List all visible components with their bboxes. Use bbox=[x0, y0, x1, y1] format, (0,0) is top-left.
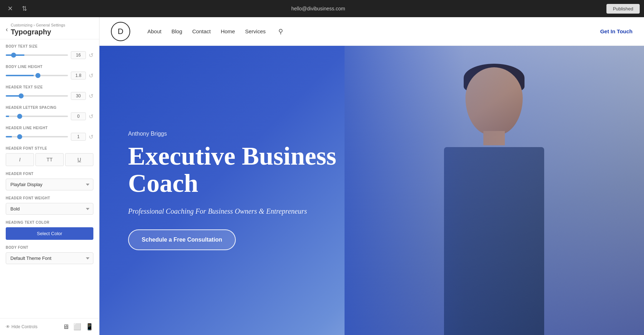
body-font-label: BODY FONT bbox=[6, 246, 93, 249]
site-nav: D About Blog Contact Home Services ⚲ Get… bbox=[99, 17, 644, 46]
phone-view-button[interactable]: 📱 bbox=[86, 323, 93, 331]
hero-subtitle: Anthony Briggs bbox=[128, 131, 343, 137]
header-line-height-reset[interactable]: ↺ bbox=[89, 133, 93, 140]
body-line-height-slider[interactable] bbox=[6, 75, 68, 76]
back-icon: ‹ bbox=[6, 26, 8, 33]
select-color-button[interactable]: Select Color bbox=[6, 227, 93, 240]
hero-description: Professional Coaching For Business Owner… bbox=[128, 206, 343, 217]
font-style-row: I TT U bbox=[6, 153, 93, 166]
body-font-select[interactable]: Default Theme Font bbox=[6, 252, 93, 264]
desktop-icon: 🖥 bbox=[63, 323, 69, 330]
header-text-size-reset[interactable]: ↺ bbox=[89, 93, 93, 99]
eye-icon: 👁 bbox=[6, 324, 10, 329]
header-font-weight-label: HEADER FONT WEIGHT bbox=[6, 196, 93, 200]
website-preview: D About Blog Contact Home Services ⚲ Get… bbox=[99, 17, 644, 335]
sidebar-bottom: 👁 Hide Controls 🖥 ⬜ 📱 bbox=[0, 318, 99, 335]
heading-text-color-label: HEADING TEXT COLOR bbox=[6, 220, 93, 224]
hide-controls-label: Hide Controls bbox=[11, 324, 38, 329]
header-text-size-label: HEADER TEXT SIZE bbox=[6, 85, 93, 89]
close-icon: ✕ bbox=[8, 5, 13, 13]
phone-icon: 📱 bbox=[86, 323, 93, 330]
top-bar-center: hello@divibusiness.com bbox=[30, 5, 606, 12]
search-icon[interactable]: ⚲ bbox=[278, 28, 283, 35]
sort-icon: ⇅ bbox=[22, 5, 27, 13]
header-letter-spacing-slider[interactable] bbox=[6, 116, 68, 117]
body-text-size-label: BODY TEXT SIZE bbox=[6, 44, 93, 48]
body-text-size-slider[interactable] bbox=[6, 54, 68, 56]
top-bar-left: ✕ ⇅ bbox=[4, 3, 30, 14]
top-bar: ✕ ⇅ hello@divibusiness.com Published bbox=[0, 0, 644, 17]
header-font-label: HEADER FONT bbox=[6, 172, 93, 176]
header-letter-spacing-input[interactable] bbox=[71, 112, 86, 120]
body-line-height-row: ↺ bbox=[6, 72, 93, 79]
main-layout: ‹ Customizing › General Settings Typogra… bbox=[0, 17, 644, 335]
body-line-height-input[interactable] bbox=[71, 72, 86, 79]
header-text-size-slider[interactable] bbox=[6, 95, 68, 97]
header-font-weight-select[interactable]: Bold bbox=[6, 203, 93, 215]
back-button[interactable]: ‹ bbox=[6, 26, 8, 33]
nav-link-about[interactable]: About bbox=[147, 28, 161, 34]
breadcrumb: Customizing › General Settings bbox=[11, 23, 65, 27]
header-text-size-row: ↺ bbox=[6, 92, 93, 100]
body-text-size-group: BODY TEXT SIZE ↺ bbox=[6, 44, 93, 59]
header-line-height-slider[interactable] bbox=[6, 136, 68, 137]
body-text-size-input[interactable] bbox=[71, 51, 86, 59]
hero-section: Anthony Briggs Executive Business Coach … bbox=[99, 46, 644, 335]
hero-title: Executive Business Coach bbox=[128, 143, 343, 197]
site-logo: D bbox=[111, 22, 130, 41]
hero-content: Anthony Briggs Executive Business Coach … bbox=[128, 131, 343, 250]
breadcrumb-title: Customizing › General Settings Typograph… bbox=[11, 23, 65, 36]
header-letter-spacing-label: HEADER LETTER SPACING bbox=[6, 106, 93, 110]
tablet-view-button[interactable]: ⬜ bbox=[73, 323, 81, 331]
header-line-height-group: HEADER LINE HEIGHT ↺ bbox=[6, 126, 93, 141]
body-text-size-row: ↺ bbox=[6, 51, 93, 59]
header-font-style-group: HEADER FONT STYLE I TT U bbox=[6, 146, 93, 166]
body-font-group: BODY FONT Default Theme Font bbox=[6, 246, 93, 264]
body-line-height-label: BODY LINE HEIGHT bbox=[6, 65, 93, 69]
header-text-size-group: HEADER TEXT SIZE ↺ bbox=[6, 85, 93, 100]
close-button[interactable]: ✕ bbox=[4, 3, 16, 14]
nav-link-services[interactable]: Services bbox=[245, 28, 266, 34]
sidebar-header: ‹ Customizing › General Settings Typogra… bbox=[0, 17, 99, 39]
header-line-height-row: ↺ bbox=[6, 133, 93, 141]
header-font-weight-group: HEADER FONT WEIGHT Bold bbox=[6, 196, 93, 215]
hide-controls-button[interactable]: 👁 Hide Controls bbox=[6, 324, 38, 329]
body-text-size-reset[interactable]: ↺ bbox=[89, 52, 93, 59]
nav-link-home[interactable]: Home bbox=[221, 28, 235, 34]
preview-area: D About Blog Contact Home Services ⚲ Get… bbox=[99, 17, 644, 335]
header-line-height-label: HEADER LINE HEIGHT bbox=[6, 126, 93, 130]
caps-button[interactable]: TT bbox=[35, 153, 64, 166]
header-letter-spacing-reset[interactable]: ↺ bbox=[89, 113, 93, 120]
desktop-view-button[interactable]: 🖥 bbox=[63, 323, 69, 331]
header-letter-spacing-row: ↺ bbox=[6, 112, 93, 120]
header-font-group: HEADER FONT Playfair Display bbox=[6, 172, 93, 190]
tablet-icon: ⬜ bbox=[73, 323, 81, 330]
italic-button[interactable]: I bbox=[6, 153, 34, 166]
underline-button[interactable]: U bbox=[65, 153, 93, 166]
header-text-size-input[interactable] bbox=[71, 92, 86, 100]
hero-cta-button[interactable]: Schedule a Free Consultation bbox=[128, 229, 236, 250]
header-font-select[interactable]: Playfair Display bbox=[6, 179, 93, 190]
heading-text-color-group: HEADING TEXT COLOR Select Color bbox=[6, 220, 93, 240]
hero-overlay bbox=[345, 46, 644, 335]
body-line-height-group: BODY LINE HEIGHT ↺ bbox=[6, 65, 93, 79]
header-letter-spacing-group: HEADER LETTER SPACING ↺ bbox=[6, 106, 93, 120]
sort-button[interactable]: ⇅ bbox=[19, 3, 30, 14]
sidebar: ‹ Customizing › General Settings Typogra… bbox=[0, 17, 99, 335]
published-button[interactable]: Published bbox=[606, 4, 640, 14]
controls-area: BODY TEXT SIZE ↺ BODY LINE HEIGHT ↺ HEAD bbox=[0, 39, 99, 318]
header-font-style-label: HEADER FONT STYLE bbox=[6, 146, 93, 150]
nav-links: About Blog Contact Home Services ⚲ bbox=[147, 28, 600, 35]
nav-link-blog[interactable]: Blog bbox=[171, 28, 182, 34]
page-title: Typography bbox=[11, 28, 65, 36]
body-line-height-reset[interactable]: ↺ bbox=[89, 72, 93, 79]
nav-cta-link[interactable]: Get In Touch bbox=[600, 28, 633, 34]
nav-link-contact[interactable]: Contact bbox=[192, 28, 211, 34]
email-link[interactable]: hello@divibusiness.com bbox=[291, 6, 345, 11]
header-line-height-input[interactable] bbox=[71, 133, 86, 141]
